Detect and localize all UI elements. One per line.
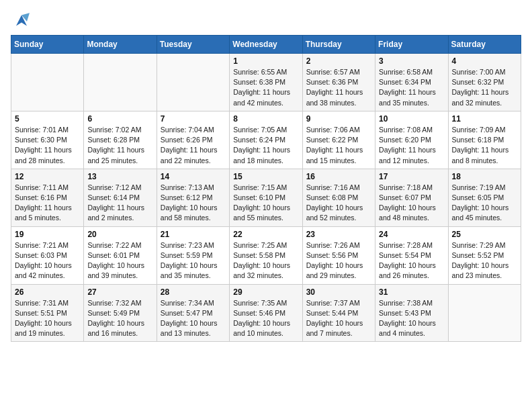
weekday-header-sunday: Sunday [11,36,84,54]
day-number: 12 [15,172,80,181]
calendar-cell: 10Sunrise: 7:08 AM Sunset: 6:20 PM Dayli… [375,111,448,169]
day-info: Sunrise: 7:08 AM Sunset: 6:20 PM Dayligh… [379,125,444,166]
weekday-header-wednesday: Wednesday [230,36,302,54]
day-number: 5 [15,114,80,124]
calendar-cell [84,54,157,111]
calendar-cell: 15Sunrise: 7:15 AM Sunset: 6:10 PM Dayli… [230,169,302,226]
day-number: 2 [306,56,371,66]
day-info: Sunrise: 7:04 AM Sunset: 6:26 PM Dayligh… [161,125,226,166]
calendar-cell [157,54,229,111]
day-info: Sunrise: 7:09 AM Sunset: 6:18 PM Dayligh… [452,125,517,166]
day-number: 15 [233,172,298,181]
calendar-cell: 9Sunrise: 7:06 AM Sunset: 6:22 PM Daylig… [302,111,375,169]
day-number: 3 [379,56,444,66]
day-number: 11 [452,114,517,124]
day-info: Sunrise: 7:00 AM Sunset: 6:32 PM Dayligh… [452,67,517,108]
day-info: Sunrise: 7:18 AM Sunset: 6:07 PM Dayligh… [379,183,444,224]
day-info: Sunrise: 7:11 AM Sunset: 6:16 PM Dayligh… [15,183,80,224]
day-number: 20 [87,230,152,239]
day-number: 27 [87,287,152,297]
day-info: Sunrise: 7:15 AM Sunset: 6:10 PM Dayligh… [233,183,298,224]
day-info: Sunrise: 7:26 AM Sunset: 5:56 PM Dayligh… [306,240,371,281]
day-info: Sunrise: 7:06 AM Sunset: 6:22 PM Dayligh… [306,125,371,166]
logo-icon [11,11,32,30]
day-number: 13 [87,172,152,181]
calendar-header-row: SundayMondayTuesdayWednesdayThursdayFrid… [11,36,521,54]
day-number: 6 [87,114,152,124]
calendar-cell: 19Sunrise: 7:21 AM Sunset: 6:03 PM Dayli… [11,226,84,284]
day-number: 14 [161,172,226,181]
calendar-cell: 22Sunrise: 7:25 AM Sunset: 5:58 PM Dayli… [230,226,302,284]
day-info: Sunrise: 6:58 AM Sunset: 6:34 PM Dayligh… [379,67,444,108]
day-number: 1 [233,56,298,66]
day-info: Sunrise: 6:55 AM Sunset: 6:38 PM Dayligh… [233,67,298,108]
day-number: 23 [306,230,371,239]
calendar-cell: 13Sunrise: 7:12 AM Sunset: 6:14 PM Dayli… [84,169,157,226]
calendar-cell: 5Sunrise: 7:01 AM Sunset: 6:30 PM Daylig… [11,111,84,169]
day-number: 30 [306,287,371,297]
calendar-week-row: 12Sunrise: 7:11 AM Sunset: 6:16 PM Dayli… [11,169,521,226]
calendar-cell: 30Sunrise: 7:37 AM Sunset: 5:44 PM Dayli… [302,284,375,342]
day-number: 9 [306,114,371,124]
calendar-week-row: 5Sunrise: 7:01 AM Sunset: 6:30 PM Daylig… [11,111,521,169]
day-info: Sunrise: 7:02 AM Sunset: 6:28 PM Dayligh… [87,125,152,166]
day-info: Sunrise: 7:28 AM Sunset: 5:54 PM Dayligh… [379,240,444,281]
calendar-cell: 17Sunrise: 7:18 AM Sunset: 6:07 PM Dayli… [375,169,448,226]
day-info: Sunrise: 7:12 AM Sunset: 6:14 PM Dayligh… [87,183,152,224]
calendar-cell: 26Sunrise: 7:31 AM Sunset: 5:51 PM Dayli… [11,284,84,342]
day-number: 22 [233,230,298,239]
calendar-cell: 8Sunrise: 7:05 AM Sunset: 6:24 PM Daylig… [230,111,302,169]
day-info: Sunrise: 7:19 AM Sunset: 6:05 PM Dayligh… [452,183,517,224]
day-info: Sunrise: 6:57 AM Sunset: 6:36 PM Dayligh… [306,67,371,108]
calendar-cell: 24Sunrise: 7:28 AM Sunset: 5:54 PM Dayli… [375,226,448,284]
calendar-cell: 12Sunrise: 7:11 AM Sunset: 6:16 PM Dayli… [11,169,84,226]
day-info: Sunrise: 7:23 AM Sunset: 5:59 PM Dayligh… [161,240,226,281]
day-number: 8 [233,114,298,124]
day-number: 29 [233,287,298,297]
page-header [11,11,521,30]
calendar-cell: 16Sunrise: 7:16 AM Sunset: 6:08 PM Dayli… [302,169,375,226]
day-number: 24 [379,230,444,239]
logo [11,11,35,30]
day-number: 28 [161,287,226,297]
day-info: Sunrise: 7:16 AM Sunset: 6:08 PM Dayligh… [306,183,371,224]
calendar-cell: 20Sunrise: 7:22 AM Sunset: 6:01 PM Dayli… [84,226,157,284]
day-number: 7 [161,114,226,124]
calendar-table: SundayMondayTuesdayWednesdayThursdayFrid… [11,35,521,342]
day-info: Sunrise: 7:38 AM Sunset: 5:43 PM Dayligh… [379,298,444,339]
day-number: 25 [452,230,517,239]
day-info: Sunrise: 7:29 AM Sunset: 5:52 PM Dayligh… [452,240,517,281]
calendar-cell: 18Sunrise: 7:19 AM Sunset: 6:05 PM Dayli… [448,169,521,226]
calendar-cell: 4Sunrise: 7:00 AM Sunset: 6:32 PM Daylig… [448,54,521,111]
calendar-cell: 7Sunrise: 7:04 AM Sunset: 6:26 PM Daylig… [157,111,229,169]
day-number: 31 [379,287,444,297]
day-info: Sunrise: 7:22 AM Sunset: 6:01 PM Dayligh… [87,240,152,281]
day-info: Sunrise: 7:32 AM Sunset: 5:49 PM Dayligh… [87,298,152,339]
day-info: Sunrise: 7:05 AM Sunset: 6:24 PM Dayligh… [233,125,298,166]
calendar-cell: 11Sunrise: 7:09 AM Sunset: 6:18 PM Dayli… [448,111,521,169]
calendar-week-row: 1Sunrise: 6:55 AM Sunset: 6:38 PM Daylig… [11,54,521,111]
calendar-cell: 28Sunrise: 7:34 AM Sunset: 5:47 PM Dayli… [157,284,229,342]
calendar-cell: 1Sunrise: 6:55 AM Sunset: 6:38 PM Daylig… [230,54,302,111]
weekday-header-tuesday: Tuesday [157,36,229,54]
day-info: Sunrise: 7:34 AM Sunset: 5:47 PM Dayligh… [161,298,226,339]
calendar-cell: 31Sunrise: 7:38 AM Sunset: 5:43 PM Dayli… [375,284,448,342]
calendar-cell: 2Sunrise: 6:57 AM Sunset: 6:36 PM Daylig… [302,54,375,111]
weekday-header-saturday: Saturday [448,36,521,54]
calendar-cell [11,54,84,111]
calendar-cell: 6Sunrise: 7:02 AM Sunset: 6:28 PM Daylig… [84,111,157,169]
day-number: 4 [452,56,517,66]
calendar-cell: 21Sunrise: 7:23 AM Sunset: 5:59 PM Dayli… [157,226,229,284]
calendar-week-row: 26Sunrise: 7:31 AM Sunset: 5:51 PM Dayli… [11,284,521,342]
day-number: 19 [15,230,80,239]
weekday-header-friday: Friday [375,36,448,54]
calendar-week-row: 19Sunrise: 7:21 AM Sunset: 6:03 PM Dayli… [11,226,521,284]
day-number: 26 [15,287,80,297]
day-number: 10 [379,114,444,124]
day-number: 18 [452,172,517,181]
day-info: Sunrise: 7:21 AM Sunset: 6:03 PM Dayligh… [15,240,80,281]
day-info: Sunrise: 7:37 AM Sunset: 5:44 PM Dayligh… [306,298,371,339]
day-info: Sunrise: 7:31 AM Sunset: 5:51 PM Dayligh… [15,298,80,339]
day-info: Sunrise: 7:01 AM Sunset: 6:30 PM Dayligh… [15,125,80,166]
day-info: Sunrise: 7:13 AM Sunset: 6:12 PM Dayligh… [161,183,226,224]
